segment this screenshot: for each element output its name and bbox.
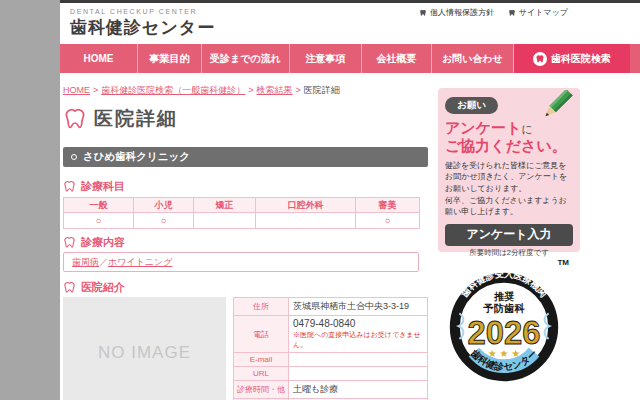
breadcrumb-separator: > [248,85,253,95]
breadcrumb-separator: > [93,85,98,95]
info-value [289,353,428,367]
site-logo[interactable]: DENTAL CHECKUP CENTER 歯科健診センター [70,8,215,39]
tooth-icon [63,180,76,193]
nav-item-notes[interactable]: 注意事項 [290,44,362,73]
info-row-hours: 診療時間・他 土曜も診療 [234,381,428,399]
breadcrumb-separator: > [296,85,301,95]
nav-item-clinic-search[interactable]: 歯科医院検索 [514,44,630,73]
certification-seal: TM 歯科健診受入医療機関 推奨 予防歯科 [443,266,565,388]
dept-col-orthodontic: 矯正 [194,198,256,213]
info-value: 茨城県神栖市土合中央3-3-19 [289,298,428,316]
info-value: 土曜も診療 [289,381,428,399]
survey-title-tail: に [521,123,532,135]
nav-label: 受診までの流れ [210,52,281,66]
survey-input-button[interactable]: アンケート入力 [445,224,573,246]
seal-stars: ★ ★ ★ [488,348,520,359]
page-title: 医院詳細 [94,106,178,132]
page-title-row: 医院詳細 [63,106,428,132]
main-column: HOME>歯科健診医院検索（一般歯科健診）>検索結果>医院詳細 医院詳細 さひめ… [63,73,428,400]
info-label: E-mail [234,353,289,367]
dept-mark-cosmetic: ○ [356,213,420,229]
sitemap-link[interactable]: サイトマップ [508,7,568,18]
content-area: HOME>歯科健診医院検索（一般歯科健診）>検索結果>医院詳細 医院詳細 さひめ… [60,73,640,400]
services-heading: 診療内容 [81,235,125,250]
request-badge: お願い [445,97,498,114]
survey-panel: お願い アンケートに ご協力ください。 健診を受けられた皆様にご意見をお聞か [438,88,580,252]
seal-badge-graphic: 歯科健診受入医療機関 推奨 予防歯科 2026 ★ ★ ★ 歯科健診センター [443,266,565,388]
nav-filler [630,44,640,73]
dept-mark-orthodontic [194,213,256,229]
breadcrumb-home[interactable]: HOME [63,85,90,95]
site-header: DENTAL CHECKUP CENTER 歯科健診センター 個人情報保護方針 … [60,3,640,44]
breadcrumb-search[interactable]: 歯科健診医院検索（一般歯科健診） [101,85,245,95]
info-value [289,367,428,381]
survey-body-2: 何卒、ご協力くださいますようお願い申し上げます。 [445,196,567,217]
sidebar: お願い アンケートに ご協力ください。 健診を受けられた皆様にご意見をお聞か [438,88,580,388]
services-heading-row: 診療内容 [63,235,428,250]
seal-line1: 推奨 [493,291,514,302]
dept-col-pediatric: 小児 [134,198,194,213]
departments-header-row: 一般 小児 矯正 口腔外科 審美 [64,198,420,213]
trademark-label: TM [557,258,569,267]
info-row-email: E-mail [234,353,428,367]
logo-subtitle: DENTAL CHECKUP CENTER [70,8,215,15]
tooth-icon [63,107,87,131]
dept-mark-general: ○ [64,213,134,229]
dept-col-general: 一般 [64,198,134,213]
survey-title-em: アンケート [445,119,521,136]
departments-marks-row: ○ ○ ○ [64,213,420,229]
tooth-icon [533,52,547,66]
phone-note: ※医院への直接申込みはお受けできません。 [293,330,423,350]
info-row-url: URL [234,367,428,381]
departments-heading-row: 診療科目 [63,179,428,194]
service-link-periodontal[interactable]: 歯周病 [72,256,99,269]
nav-label: お問い合わせ [442,52,503,66]
nav-label: 歯科医院検索 [551,52,611,66]
dept-mark-pediatric: ○ [134,213,194,229]
tooth-icon [508,9,516,17]
sitemap-label: サイトマップ [519,7,568,18]
main-nav: HOME 事業目的 受診までの流れ 注意事項 会社概要 お問い合わせ 歯科医院検… [60,44,640,73]
site-page: DENTAL CHECKUP CENTER 歯科健診センター 個人情報保護方針 … [60,0,640,400]
nav-label: 注意事項 [306,52,346,66]
info-label: URL [234,367,289,381]
info-label: 電話 [234,316,289,353]
bullet-circle-icon [71,154,77,160]
nav-item-contact[interactable]: お問い合わせ [432,44,514,73]
intro-heading-row: 医院紹介 [63,280,428,295]
info-label: 診療時間・他 [234,381,289,399]
privacy-policy-link[interactable]: 個人情報保護方針 [419,7,494,18]
seal-line2: 予防歯科 [483,303,525,314]
nav-item-purpose[interactable]: 事業目的 [138,44,202,73]
breadcrumb: HOME>歯科健診医院検索（一般歯科健診）>検索結果>医院詳細 [63,84,428,97]
nav-item-flow[interactable]: 受診までの流れ [202,44,290,73]
tooth-icon [63,281,76,294]
dept-mark-oral-surgery [256,213,356,229]
info-value: 0479-48-0840※医院への直接申込みはお受けできません。 [289,316,428,353]
services-box: 歯周病／ホワイトニング [63,252,419,272]
nav-label: HOME [84,53,114,64]
survey-body-1: 健診を受けられた皆様にご意見をお聞かせ頂きたく、アンケートをお願いしております。 [445,161,567,193]
info-label: 住所 [234,298,289,316]
departments-heading: 診療科目 [81,179,125,194]
breadcrumb-results[interactable]: 検索結果 [257,85,293,95]
utility-links: 個人情報保護方針 サイトマップ [419,7,568,18]
nav-item-company[interactable]: 会社概要 [362,44,432,73]
breadcrumb-current: 医院詳細 [304,85,340,95]
survey-title-line2: ご協力ください。 [445,137,567,154]
survey-duration-note: 所要時間は2分程度です [445,248,573,258]
pencil-icon [534,90,576,132]
phone-number: 0479-48-0840 [293,318,355,329]
privacy-policy-label: 個人情報保護方針 [430,7,494,18]
service-link-whitening[interactable]: ホワイトニング [108,256,172,269]
nav-label: 事業目的 [150,52,190,66]
tooth-icon [63,236,76,249]
dept-col-cosmetic: 審美 [356,198,420,213]
seal-year: 2026 [468,314,541,351]
nav-item-home[interactable]: HOME [60,44,138,73]
info-row-address: 住所 茨城県神栖市土合中央3-3-19 [234,298,428,316]
clinic-name: さひめ歯科クリニック [83,150,190,164]
clinic-intro-row: NO IMAGE 住所 茨城県神栖市土合中央3-3-19 電話 0479-48-… [63,297,428,400]
clinic-name-bar: さひめ歯科クリニック [63,147,428,167]
tooth-icon [419,9,427,17]
